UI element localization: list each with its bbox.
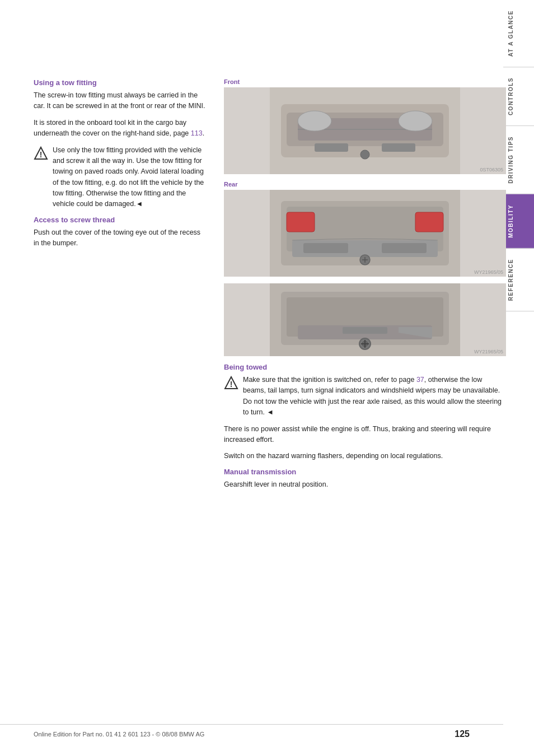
sidebar-item-driving-tips[interactable]: DRIVING TIPS	[503, 126, 534, 194]
svg-rect-17	[382, 243, 427, 253]
warning-icon-tow: !	[34, 146, 48, 161]
page-footer: Online Edition for Part no. 01 41 2 601 …	[0, 724, 503, 739]
rear-image-1: WY21965/05	[224, 190, 506, 277]
sidebar-item-at-a-glance[interactable]: AT A GLANCE	[503, 0, 534, 67]
svg-point-10	[298, 111, 331, 131]
page-link-37[interactable]: 37	[416, 376, 424, 384]
tow-fitting-heading: Using a tow fitting	[34, 78, 207, 87]
footer-text: Online Edition for Part no. 01 41 2 601 …	[34, 731, 204, 738]
being-towed-warning: ! Make sure that the ignition is switche…	[224, 375, 506, 418]
content-area: Using a tow fitting The screw-in tow fit…	[0, 34, 534, 496]
access-heading: Access to screw thread	[34, 216, 207, 224]
svg-point-9	[360, 150, 369, 159]
being-towed-heading: Being towed	[224, 363, 506, 371]
sidebar-item-controls[interactable]: CONTROLS	[503, 67, 534, 126]
tow-fitting-para1: The screw-in tow fitting must always be …	[34, 90, 207, 112]
image-caption-rear2: WY21965/05	[474, 349, 503, 354]
tow-fitting-para2: It is stored in the onboard tool kit in …	[34, 118, 207, 139]
tow-fitting-section: Using a tow fitting The screw-in tow fit…	[34, 78, 207, 210]
sidebar-item-mobility[interactable]: MOBILITY	[503, 194, 534, 249]
manual-transmission-heading: Manual transmission	[224, 468, 506, 476]
being-towed-para2: Switch on the hazard warning flashers, d…	[224, 451, 506, 461]
left-column: Using a tow fitting The screw-in tow fit…	[34, 34, 224, 496]
sidebar-item-reference[interactable]: REFERENCE	[503, 249, 534, 311]
tow-fitting-warning: ! Use only the tow fitting provided with…	[34, 145, 207, 210]
svg-rect-21	[287, 212, 315, 232]
svg-rect-8	[382, 143, 415, 152]
page-link-113[interactable]: 113	[191, 129, 203, 137]
rear-image-section: Rear	[224, 181, 506, 356]
rear-label: Rear	[224, 181, 506, 188]
page-number: 125	[455, 729, 470, 739]
svg-rect-31	[343, 327, 387, 334]
svg-rect-22	[415, 212, 443, 232]
svg-text:!: !	[40, 150, 43, 159]
manual-transmission-para: Gearshift lever in neutral position.	[224, 479, 506, 490]
being-towed-para1: There is no power assist while the engin…	[224, 424, 506, 446]
front-image: 0ST06305	[224, 87, 506, 174]
svg-rect-16	[303, 243, 348, 253]
being-towed-warning-text: Make sure that the ignition is switched …	[243, 375, 506, 418]
rear-image-2: WY21965/05	[224, 283, 506, 356]
warning-icon-towed: !	[224, 376, 238, 390]
tow-fitting-warning-text: Use only the tow fitting provided with t…	[53, 145, 207, 210]
sidebar: AT A GLANCE CONTROLS DRIVING TIPS MOBILI…	[503, 0, 534, 756]
being-towed-section: Being towed ! Make sure that the ignitio…	[224, 363, 506, 490]
svg-point-11	[399, 111, 432, 131]
access-para: Push out the cover of the towing eye out…	[34, 227, 207, 249]
image-caption-rear1: WY21965/05	[474, 269, 503, 275]
manual-transmission-section: Manual transmission Gearshift lever in n…	[224, 468, 506, 490]
access-section: Access to screw thread Push out the cove…	[34, 216, 207, 249]
right-column: Front	[224, 34, 523, 496]
front-image-section: Front	[224, 78, 506, 174]
page: AT A GLANCE CONTROLS DRIVING TIPS MOBILI…	[0, 0, 534, 756]
front-label: Front	[224, 78, 506, 85]
svg-rect-7	[315, 143, 348, 152]
svg-text:!: !	[230, 380, 233, 389]
image-caption-front: 0ST06305	[480, 167, 503, 172]
